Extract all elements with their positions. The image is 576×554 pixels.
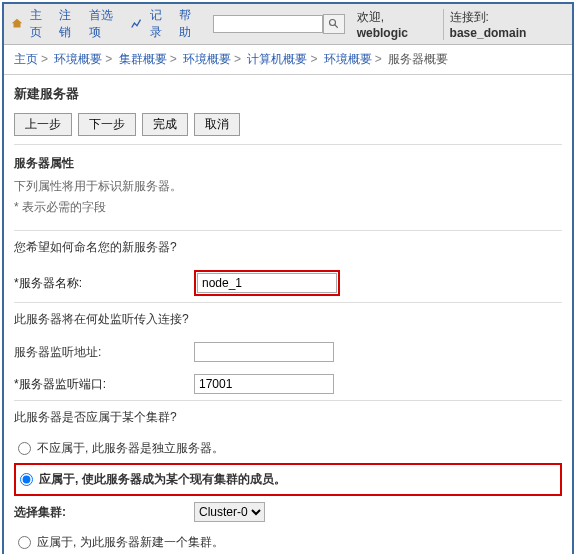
question-name: 您希望如何命名您的新服务器? <box>4 231 572 264</box>
nav-home[interactable]: 主页 <box>30 7 53 41</box>
label-listen-port: *服务器监听端口: <box>14 376 194 393</box>
search-button[interactable] <box>323 14 345 34</box>
wizard-buttons-top: 上一步 下一步 完成 取消 <box>4 109 572 144</box>
select-cluster[interactable]: Cluster-0 <box>194 502 265 522</box>
domain-name: base_domain <box>450 26 527 40</box>
highlight-server-name <box>194 270 340 296</box>
welcome-text: 欢迎, weblogic <box>357 9 437 40</box>
top-toolbar: 主页 注销 首选项 记录 帮助 欢迎, weblogic 连接到: base_d… <box>4 4 572 45</box>
props-desc: 下列属性将用于标识新服务器。 <box>14 178 562 195</box>
input-listen-addr[interactable] <box>194 342 334 362</box>
input-server-name[interactable] <box>197 273 337 293</box>
question-listen: 此服务器将在何处监听传入连接? <box>4 303 572 336</box>
page-title: 新建服务器 <box>4 75 572 109</box>
search-input[interactable] <box>213 15 323 33</box>
radio-existing-label: 应属于, 使此服务器成为某个现有集群的成员。 <box>39 471 286 488</box>
connection-text: 连接到: base_domain <box>443 9 566 40</box>
nav-record[interactable]: 记录 <box>150 7 173 41</box>
cancel-button[interactable]: 取消 <box>194 113 240 136</box>
label-listen-addr: 服务器监听地址: <box>14 344 194 361</box>
radio-new-label: 应属于, 为此服务器新建一个集群。 <box>37 534 224 551</box>
crumb-4[interactable]: 计算机概要 <box>247 52 307 66</box>
svg-point-0 <box>329 20 335 26</box>
radio-standalone-label: 不应属于, 此服务器是独立服务器。 <box>37 440 224 457</box>
user-name: weblogic <box>357 26 408 40</box>
server-props-section: 服务器属性 下列属性将用于标识新服务器。 * 表示必需的字段 <box>4 145 572 230</box>
radio-new[interactable] <box>18 536 31 549</box>
next-button[interactable]: 下一步 <box>78 113 136 136</box>
label-select-cluster: 选择集群: <box>14 504 194 521</box>
crumb-1[interactable]: 环境概要 <box>54 52 102 66</box>
search-icon <box>328 18 340 30</box>
required-note: * 表示必需的字段 <box>14 199 562 216</box>
question-cluster: 此服务器是否应属于某个集群? <box>4 401 572 434</box>
radio-row-standalone: 不应属于, 此服务器是独立服务器。 <box>4 434 572 463</box>
crumb-2[interactable]: 集群概要 <box>119 52 167 66</box>
search-box <box>213 14 345 34</box>
crumb-current: 服务器概要 <box>388 52 448 66</box>
svg-line-1 <box>334 25 337 28</box>
row-server-name: *服务器名称: <box>4 264 572 302</box>
nav-help[interactable]: 帮助 <box>179 7 202 41</box>
crumb-5[interactable]: 环境概要 <box>324 52 372 66</box>
nav-logout[interactable]: 注销 <box>59 7 82 41</box>
home-icon <box>10 17 24 31</box>
crumb-3[interactable]: 环境概要 <box>183 52 231 66</box>
finish-button[interactable]: 完成 <box>142 113 188 136</box>
label-server-name: *服务器名称: <box>14 275 194 292</box>
crumb-0[interactable]: 主页 <box>14 52 38 66</box>
row-listen-addr: 服务器监听地址: <box>4 336 572 368</box>
record-icon <box>130 17 144 31</box>
radio-existing[interactable] <box>20 473 33 486</box>
row-listen-port: *服务器监听端口: <box>4 368 572 400</box>
input-listen-port[interactable] <box>194 374 334 394</box>
highlight-existing-cluster: 应属于, 使此服务器成为某个现有集群的成员。 <box>14 463 562 496</box>
radio-standalone[interactable] <box>18 442 31 455</box>
back-button[interactable]: 上一步 <box>14 113 72 136</box>
props-heading: 服务器属性 <box>14 155 562 172</box>
breadcrumb: 主页> 环境概要> 集群概要> 环境概要> 计算机概要> 环境概要> 服务器概要 <box>4 45 572 75</box>
radio-row-new: 应属于, 为此服务器新建一个集群。 <box>4 528 572 554</box>
nav-preferences[interactable]: 首选项 <box>89 7 124 41</box>
row-select-cluster: 选择集群: Cluster-0 <box>4 496 572 528</box>
